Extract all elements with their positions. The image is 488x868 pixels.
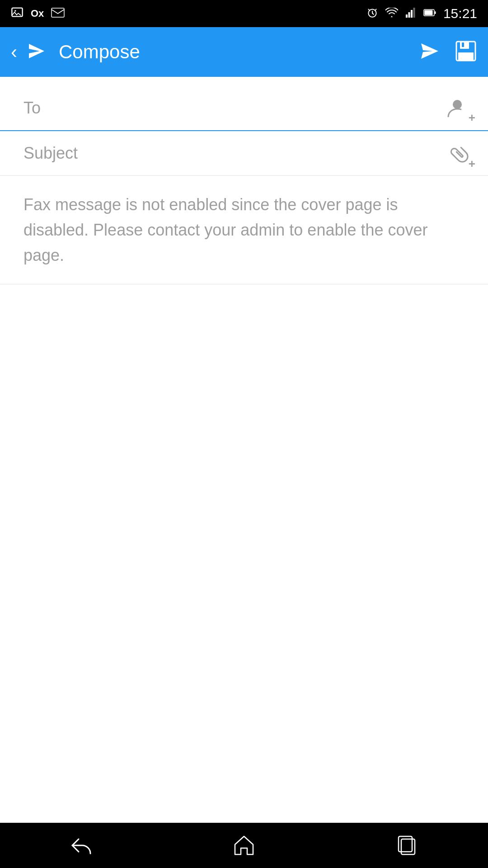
status-time: 15:21 <box>443 6 477 21</box>
attach-plus: + <box>469 158 475 170</box>
send-button[interactable] <box>418 40 440 64</box>
compose-icon <box>26 40 48 64</box>
status-bar-left-icons: Ox <box>11 6 65 22</box>
svg-rect-2 <box>52 8 64 17</box>
save-button[interactable] <box>455 40 477 64</box>
add-contact-plus: + <box>469 112 475 123</box>
svg-rect-6 <box>411 10 413 18</box>
fax-disabled-message: Fax message is not enabled since the cov… <box>23 192 465 268</box>
nav-back-button[interactable] <box>59 830 104 861</box>
svg-rect-14 <box>462 42 464 47</box>
image-icon <box>11 6 23 22</box>
bottom-nav <box>0 823 488 868</box>
app-bar-actions <box>418 40 477 64</box>
empty-space <box>0 284 488 823</box>
attach-button[interactable]: + <box>441 135 477 171</box>
message-body: Fax message is not enabled since the cov… <box>0 176 488 284</box>
signal-icon <box>405 7 416 20</box>
content-area: To + Subject + Fax message is not enable… <box>0 77 488 823</box>
add-contact-button[interactable]: + <box>441 90 477 126</box>
app-bar-left: ‹ Compose <box>11 40 140 64</box>
nav-recents-button[interactable] <box>384 830 429 861</box>
subject-input[interactable] <box>83 131 441 175</box>
svg-rect-4 <box>406 14 408 18</box>
svg-rect-10 <box>435 11 436 14</box>
status-bar: Ox <box>0 0 488 27</box>
svg-rect-13 <box>460 42 469 49</box>
battery-icon <box>423 9 436 19</box>
alarm-icon <box>366 7 378 20</box>
svg-rect-15 <box>458 52 474 61</box>
svg-marker-11 <box>421 43 438 59</box>
svg-rect-7 <box>413 8 415 18</box>
subject-label: Subject <box>23 144 78 163</box>
to-field-row: To + <box>0 77 488 131</box>
svg-rect-9 <box>424 10 432 15</box>
subject-field-row: Subject + <box>0 131 488 176</box>
to-label: To <box>23 99 55 118</box>
outlook-icon: Ox <box>31 8 44 19</box>
app-bar-title: Compose <box>59 41 140 63</box>
app-bar: ‹ Compose <box>0 27 488 77</box>
svg-rect-5 <box>408 12 410 18</box>
gmail-icon <box>51 7 65 21</box>
svg-point-1 <box>14 10 16 12</box>
to-input[interactable] <box>61 86 441 130</box>
status-bar-right-icons: 15:21 <box>366 6 477 21</box>
svg-point-16 <box>453 100 462 109</box>
nav-home-button[interactable] <box>221 830 267 861</box>
back-chevron-icon[interactable]: ‹ <box>11 42 17 61</box>
wifi-icon <box>385 8 398 19</box>
